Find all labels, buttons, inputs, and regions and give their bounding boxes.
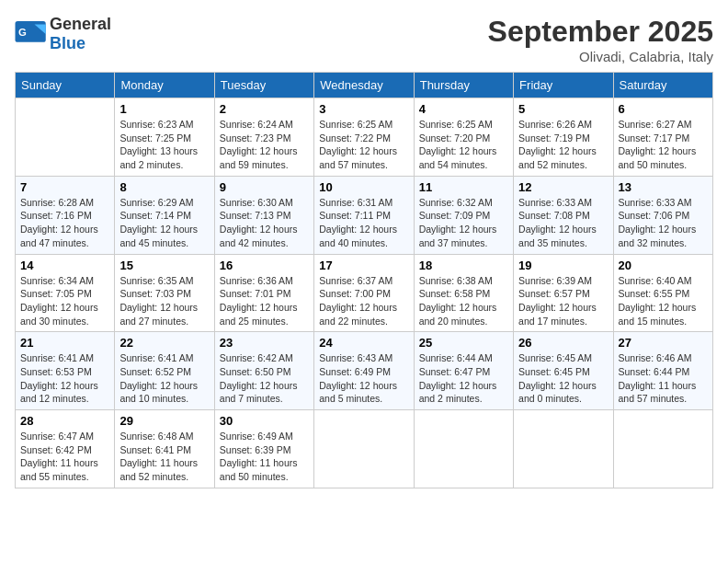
day-number: 20 [619, 259, 708, 272]
column-header-wednesday: Wednesday [314, 73, 414, 98]
day-number: 1 [119, 102, 209, 116]
month-title: September 2025 [488, 15, 713, 49]
day-number: 8 [119, 180, 209, 194]
calendar-cell: 3Sunrise: 6:25 AM Sunset: 7:22 PM Daylig… [314, 98, 414, 177]
day-number: 30 [220, 414, 309, 428]
column-header-sunday: Sunday [16, 73, 115, 98]
day-info: Sunrise: 6:25 AM Sunset: 7:20 PM Dayligh… [419, 118, 508, 172]
day-number: 19 [518, 259, 608, 272]
day-number: 13 [619, 180, 708, 194]
day-info: Sunrise: 6:48 AM Sunset: 6:41 PM Dayligh… [119, 430, 209, 484]
day-number: 28 [20, 414, 109, 428]
day-number: 7 [20, 180, 109, 194]
day-info: Sunrise: 6:34 AM Sunset: 7:05 PM Dayligh… [20, 274, 109, 328]
calendar-cell: 18Sunrise: 6:38 AM Sunset: 6:58 PM Dayli… [414, 254, 513, 332]
day-info: Sunrise: 6:43 AM Sunset: 6:49 PM Dayligh… [319, 351, 408, 406]
calendar-cell: 30Sunrise: 6:49 AM Sunset: 6:39 PM Dayli… [214, 410, 313, 488]
day-info: Sunrise: 6:30 AM Sunset: 7:13 PM Dayligh… [220, 196, 309, 250]
calendar-cell: 7Sunrise: 6:28 AM Sunset: 7:16 PM Daylig… [16, 176, 115, 254]
day-info: Sunrise: 6:24 AM Sunset: 7:23 PM Dayligh… [220, 118, 309, 172]
calendar-cell [414, 410, 513, 488]
day-info: Sunrise: 6:31 AM Sunset: 7:11 PM Dayligh… [319, 196, 408, 250]
day-number: 16 [220, 259, 309, 272]
calendar-cell: 2Sunrise: 6:24 AM Sunset: 7:23 PM Daylig… [214, 98, 313, 177]
title-block: September 2025 Olivadi, Calabria, Italy [488, 15, 713, 64]
day-number: 23 [220, 336, 309, 350]
day-info: Sunrise: 6:46 AM Sunset: 6:44 PM Dayligh… [619, 351, 708, 406]
calendar-cell: 23Sunrise: 6:42 AM Sunset: 6:50 PM Dayli… [214, 332, 313, 410]
day-info: Sunrise: 6:49 AM Sunset: 6:39 PM Dayligh… [220, 430, 309, 484]
day-info: Sunrise: 6:32 AM Sunset: 7:09 PM Dayligh… [419, 196, 508, 250]
calendar-cell: 17Sunrise: 6:37 AM Sunset: 7:00 PM Dayli… [314, 254, 414, 332]
day-info: Sunrise: 6:38 AM Sunset: 6:58 PM Dayligh… [419, 274, 508, 328]
calendar-cell: 20Sunrise: 6:40 AM Sunset: 6:55 PM Dayli… [613, 254, 712, 332]
day-info: Sunrise: 6:29 AM Sunset: 7:14 PM Dayligh… [119, 196, 209, 250]
day-number: 9 [220, 180, 309, 194]
day-number: 2 [220, 102, 309, 116]
day-number: 6 [619, 102, 708, 116]
column-header-saturday: Saturday [613, 73, 712, 98]
day-number: 22 [119, 336, 209, 350]
calendar-cell: 27Sunrise: 6:46 AM Sunset: 6:44 PM Dayli… [613, 332, 712, 410]
calendar-cell: 12Sunrise: 6:33 AM Sunset: 7:08 PM Dayli… [514, 176, 613, 254]
column-header-friday: Friday [514, 73, 613, 98]
day-number: 4 [419, 102, 508, 116]
calendar-cell: 4Sunrise: 6:25 AM Sunset: 7:20 PM Daylig… [414, 98, 513, 177]
calendar-week-2: 7Sunrise: 6:28 AM Sunset: 7:16 PM Daylig… [16, 176, 713, 254]
svg-text:G: G [18, 27, 27, 38]
calendar-week-5: 28Sunrise: 6:47 AM Sunset: 6:42 PM Dayli… [16, 410, 713, 488]
day-info: Sunrise: 6:36 AM Sunset: 7:01 PM Dayligh… [220, 274, 309, 328]
calendar-cell: 22Sunrise: 6:41 AM Sunset: 6:52 PM Dayli… [115, 332, 214, 410]
calendar-cell [16, 98, 115, 177]
location: Olivadi, Calabria, Italy [488, 49, 713, 64]
column-header-thursday: Thursday [414, 73, 513, 98]
day-number: 11 [419, 180, 508, 194]
calendar-cell: 24Sunrise: 6:43 AM Sunset: 6:49 PM Dayli… [314, 332, 414, 410]
day-info: Sunrise: 6:26 AM Sunset: 7:19 PM Dayligh… [518, 118, 608, 172]
calendar-cell: 10Sunrise: 6:31 AM Sunset: 7:11 PM Dayli… [314, 176, 414, 254]
day-info: Sunrise: 6:39 AM Sunset: 6:57 PM Dayligh… [518, 274, 608, 328]
calendar-cell [514, 410, 613, 488]
day-number: 27 [619, 336, 708, 350]
day-info: Sunrise: 6:23 AM Sunset: 7:25 PM Dayligh… [119, 118, 209, 172]
day-number: 17 [319, 259, 408, 272]
page-header: G General Blue September 2025 Olivadi, C… [15, 15, 713, 64]
day-number: 29 [119, 414, 209, 428]
day-number: 24 [319, 336, 408, 350]
day-info: Sunrise: 6:41 AM Sunset: 6:52 PM Dayligh… [119, 351, 209, 406]
day-info: Sunrise: 6:33 AM Sunset: 7:06 PM Dayligh… [619, 196, 708, 250]
day-info: Sunrise: 6:35 AM Sunset: 7:03 PM Dayligh… [119, 274, 209, 328]
logo: G General Blue [15, 15, 111, 53]
day-number: 21 [20, 336, 109, 350]
calendar-cell: 25Sunrise: 6:44 AM Sunset: 6:47 PM Dayli… [414, 332, 513, 410]
day-info: Sunrise: 6:41 AM Sunset: 6:53 PM Dayligh… [20, 351, 109, 406]
calendar-cell: 16Sunrise: 6:36 AM Sunset: 7:01 PM Dayli… [214, 254, 313, 332]
calendar-body: 1Sunrise: 6:23 AM Sunset: 7:25 PM Daylig… [16, 98, 713, 488]
day-number: 14 [20, 259, 109, 272]
day-number: 25 [419, 336, 508, 350]
column-header-tuesday: Tuesday [214, 73, 313, 98]
calendar-cell: 14Sunrise: 6:34 AM Sunset: 7:05 PM Dayli… [16, 254, 115, 332]
calendar-cell: 1Sunrise: 6:23 AM Sunset: 7:25 PM Daylig… [115, 98, 214, 177]
day-info: Sunrise: 6:33 AM Sunset: 7:08 PM Dayligh… [518, 196, 608, 250]
calendar-cell [613, 410, 712, 488]
calendar-week-4: 21Sunrise: 6:41 AM Sunset: 6:53 PM Dayli… [16, 332, 713, 410]
day-number: 26 [518, 336, 608, 350]
calendar-cell: 15Sunrise: 6:35 AM Sunset: 7:03 PM Dayli… [115, 254, 214, 332]
calendar-cell: 11Sunrise: 6:32 AM Sunset: 7:09 PM Dayli… [414, 176, 513, 254]
calendar-week-1: 1Sunrise: 6:23 AM Sunset: 7:25 PM Daylig… [16, 98, 713, 177]
calendar-cell: 28Sunrise: 6:47 AM Sunset: 6:42 PM Dayli… [16, 410, 115, 488]
calendar-cell: 6Sunrise: 6:27 AM Sunset: 7:17 PM Daylig… [613, 98, 712, 177]
calendar-cell: 5Sunrise: 6:26 AM Sunset: 7:19 PM Daylig… [514, 98, 613, 177]
calendar-cell: 29Sunrise: 6:48 AM Sunset: 6:41 PM Dayli… [115, 410, 214, 488]
calendar-cell: 8Sunrise: 6:29 AM Sunset: 7:14 PM Daylig… [115, 176, 214, 254]
logo-icon: G [15, 21, 48, 47]
logo-general-text: General [50, 15, 111, 33]
day-number: 5 [518, 102, 608, 116]
day-number: 15 [119, 259, 209, 272]
calendar-cell [314, 410, 414, 488]
day-info: Sunrise: 6:25 AM Sunset: 7:22 PM Dayligh… [319, 118, 408, 172]
calendar-week-3: 14Sunrise: 6:34 AM Sunset: 7:05 PM Dayli… [16, 254, 713, 332]
day-info: Sunrise: 6:42 AM Sunset: 6:50 PM Dayligh… [220, 351, 309, 406]
day-number: 10 [319, 180, 408, 194]
